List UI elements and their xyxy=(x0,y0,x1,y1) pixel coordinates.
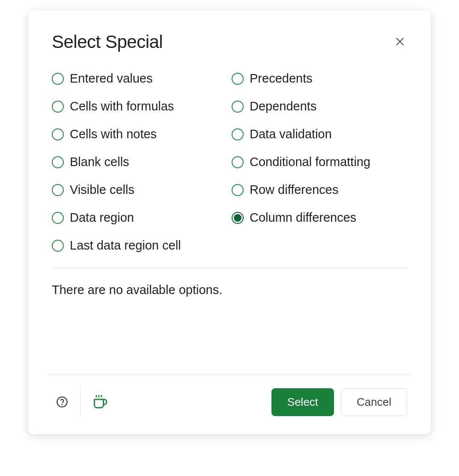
info-text: There are no available options. xyxy=(52,283,407,297)
radio-icon xyxy=(232,101,244,113)
radio-last-data-region-cell[interactable]: Last data region cell xyxy=(52,238,227,253)
radio-data-region[interactable]: Data region xyxy=(52,211,227,225)
radio-label: Data validation xyxy=(250,127,332,141)
help-icon xyxy=(56,396,68,408)
radio-label: Blank cells xyxy=(70,155,129,169)
radio-icon xyxy=(232,128,244,140)
dialog-footer: Select Cancel xyxy=(48,374,411,417)
help-button[interactable] xyxy=(52,392,80,412)
footer-left xyxy=(52,387,112,417)
radio-label: Dependents xyxy=(250,99,316,113)
radio-label: Column differences xyxy=(250,211,356,225)
radio-icon xyxy=(52,240,64,252)
radio-cells-with-formulas[interactable]: Cells with formulas xyxy=(52,99,227,113)
coffee-button[interactable] xyxy=(80,390,112,414)
radio-visible-cells[interactable]: Visible cells xyxy=(52,183,227,197)
close-icon xyxy=(394,36,405,47)
radio-icon xyxy=(232,73,244,85)
radio-icon xyxy=(52,212,64,224)
radio-label: Entered values xyxy=(70,71,152,86)
radio-dependents[interactable]: Dependents xyxy=(232,99,407,113)
radio-icon xyxy=(52,73,64,85)
radio-blank-cells[interactable]: Blank cells xyxy=(52,155,227,169)
radio-icon xyxy=(52,101,64,113)
close-button[interactable] xyxy=(393,34,407,49)
cancel-button[interactable]: Cancel xyxy=(341,388,407,416)
dialog-title: Select Special xyxy=(52,32,163,52)
options-grid: Entered values Precedents Cells with for… xyxy=(52,71,407,253)
radio-label: Cells with notes xyxy=(70,127,157,141)
radio-icon xyxy=(52,156,64,168)
radio-precedents[interactable]: Precedents xyxy=(232,71,407,86)
radio-icon xyxy=(232,156,244,168)
radio-label: Cells with formulas xyxy=(70,99,174,113)
svg-point-3 xyxy=(62,404,62,405)
radio-icon xyxy=(232,184,244,196)
select-special-dialog: Select Special Entered values Precedents… xyxy=(28,10,431,434)
radio-icon xyxy=(52,128,64,140)
coffee-icon xyxy=(92,394,108,410)
radio-row-differences[interactable]: Row differences xyxy=(232,183,407,197)
radio-label: Row differences xyxy=(250,183,338,197)
radio-label: Visible cells xyxy=(70,183,134,197)
footer-right: Select Cancel xyxy=(271,388,407,416)
radio-label: Data region xyxy=(70,211,134,225)
divider xyxy=(52,268,407,268)
radio-column-differences[interactable]: Column differences xyxy=(232,211,407,225)
dialog-header: Select Special xyxy=(52,32,407,52)
radio-cells-with-notes[interactable]: Cells with notes xyxy=(52,127,227,141)
radio-data-validation[interactable]: Data validation xyxy=(232,127,407,141)
radio-icon-selected xyxy=(232,212,244,224)
radio-label: Precedents xyxy=(250,71,313,86)
radio-label: Conditional formatting xyxy=(250,155,370,169)
select-button[interactable]: Select xyxy=(271,388,334,416)
radio-label: Last data region cell xyxy=(70,238,181,253)
radio-entered-values[interactable]: Entered values xyxy=(52,71,227,86)
radio-conditional-formatting[interactable]: Conditional formatting xyxy=(232,155,407,169)
radio-icon xyxy=(52,184,64,196)
